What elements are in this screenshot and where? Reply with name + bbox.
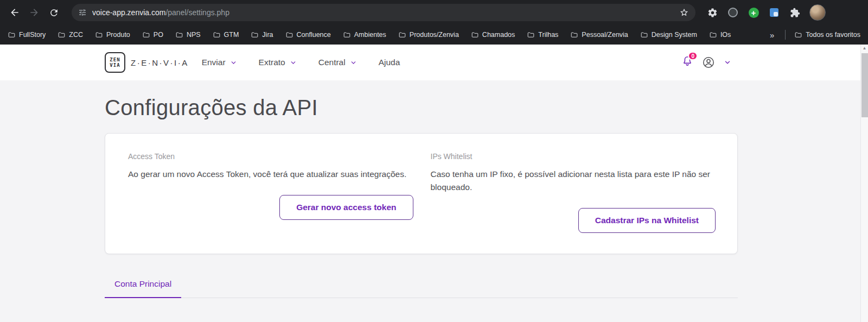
logo-text-bottom: VIA <box>110 62 120 68</box>
all-bookmarks-label: Todos os favoritos <box>806 31 860 39</box>
user-circle-icon <box>702 56 715 69</box>
dark-circle-extension-icon[interactable] <box>727 7 739 18</box>
forward-button[interactable] <box>25 3 43 22</box>
nav-item-extrato[interactable]: Extrato <box>259 58 297 67</box>
url-path: /panel/settings.php <box>165 8 229 17</box>
site-header: ZEN VIA Z·E·N·V·I·A Enviar Extrato Centr… <box>0 45 868 80</box>
url-host: voice-app.zenvia.com <box>92 8 165 17</box>
folder-icon <box>709 31 717 39</box>
bookmark-label: Trilhas <box>538 31 558 39</box>
tabs-row: Conta Principal <box>105 273 738 298</box>
folder-icon <box>285 31 293 39</box>
access-token-label: Access Token <box>128 152 413 161</box>
back-button[interactable] <box>5 3 24 22</box>
all-bookmarks-button[interactable]: Todos os favoritos <box>794 31 860 39</box>
bookmark-item[interactable]: Produto <box>95 31 130 39</box>
folder-icon <box>570 31 578 39</box>
folder-icon <box>471 31 479 39</box>
nav-item-central[interactable]: Central <box>318 58 357 67</box>
bookmark-star-icon[interactable] <box>679 8 689 17</box>
bookmark-label: ZCC <box>69 31 83 39</box>
address-bar[interactable]: voice-app.zenvia.com/panel/settings.php <box>72 4 695 21</box>
bookmark-label: Design System <box>652 31 697 39</box>
folder-icon <box>343 31 351 39</box>
folder-icon <box>95 31 103 39</box>
blue-extension-icon[interactable] <box>768 7 780 18</box>
bookmark-label: Ambientes <box>354 31 386 39</box>
bookmark-label: Jira <box>262 31 273 39</box>
bookmark-item[interactable]: PO <box>142 31 163 39</box>
chevron-down-icon <box>350 59 357 66</box>
access-token-section: Access Token Ao gerar um novo Access Tok… <box>128 152 413 233</box>
scroll-up-arrow-icon[interactable]: ▲ <box>861 45 868 52</box>
folder-icon <box>8 31 16 39</box>
bookmark-item[interactable]: ZCC <box>58 31 83 39</box>
bookmark-item[interactable]: IOs <box>709 31 731 39</box>
page-title: Configurações da API <box>105 96 868 120</box>
bookmark-label: Produto <box>106 31 130 39</box>
bookmarks-bar-right: » Todos os favoritos <box>768 30 860 40</box>
extensions-puzzle-icon[interactable] <box>789 7 801 18</box>
bookmark-item[interactable]: Jira <box>251 31 273 39</box>
page-content: Configurações da API Access Token Ao ger… <box>0 80 868 322</box>
nav-label: Extrato <box>259 58 285 67</box>
bookmark-label: Pessoal/Zenvia <box>582 31 628 39</box>
tab-conta-principal[interactable]: Conta Principal <box>105 273 181 298</box>
header-right-icons: 0 <box>681 55 731 70</box>
bookmark-item[interactable]: Ambientes <box>343 31 386 39</box>
back-arrow-icon <box>9 7 20 18</box>
logo-text-top: ZEN <box>110 57 120 62</box>
chevron-down-icon <box>290 59 297 66</box>
reload-button[interactable] <box>44 3 63 22</box>
bookmarks-bar: FullStory ZCC Produto PO NPS GTM Jira Co… <box>0 25 868 45</box>
nav-label: Ajuda <box>379 58 400 67</box>
ips-whitelist-description: Caso tenha um IP fixo, é possível adicio… <box>431 168 716 194</box>
folder-icon <box>640 31 648 39</box>
nav-label: Central <box>318 58 346 67</box>
chevron-down-icon <box>724 59 731 66</box>
nav-item-ajuda[interactable]: Ajuda <box>379 58 400 67</box>
bookmark-label: Produtos/Zenvia <box>410 31 459 39</box>
bookmark-label: PO <box>154 31 163 39</box>
gear-icon[interactable] <box>706 7 718 18</box>
account-menu-chevron[interactable] <box>724 59 731 66</box>
green-plus-extension-icon[interactable]: + <box>748 7 760 18</box>
bookmark-item[interactable]: Trilhas <box>527 31 558 39</box>
bookmark-item[interactable]: Chamados <box>471 31 515 39</box>
page-scrollbar[interactable]: ▲ <box>860 45 868 322</box>
nav-label: Enviar <box>202 58 226 67</box>
bookmarks-divider <box>785 30 786 40</box>
generate-access-token-button[interactable]: Gerar novo access token <box>279 195 413 220</box>
browser-profile-avatar[interactable] <box>809 4 826 21</box>
ips-whitelist-section: IPs Whitelist Caso tenha um IP fixo, é p… <box>431 152 716 233</box>
zenvia-logo[interactable]: ZEN VIA <box>105 52 125 73</box>
folder-icon <box>527 31 535 39</box>
folder-icon <box>213 31 221 39</box>
scrollbar-thumb[interactable] <box>861 53 868 117</box>
bookmark-label: FullStory <box>19 31 46 39</box>
bookmark-item[interactable]: Produtos/Zenvia <box>398 31 459 39</box>
bookmark-item[interactable]: NPS <box>175 31 201 39</box>
register-ips-whitelist-button[interactable]: Cadastrar IPs na Whitelist <box>578 208 716 233</box>
bookmark-item[interactable]: FullStory <box>8 31 46 39</box>
notifications-button[interactable]: 0 <box>681 55 693 70</box>
bookmarks-overflow-chevron-icon[interactable]: » <box>768 30 776 40</box>
bookmark-item[interactable]: Pessoal/Zenvia <box>570 31 628 39</box>
folder-icon <box>175 31 183 39</box>
folder-icon <box>142 31 150 39</box>
bookmark-label: Chamados <box>482 31 515 39</box>
account-button[interactable] <box>702 56 715 69</box>
bookmark-item[interactable]: Design System <box>640 31 697 39</box>
nav-item-enviar[interactable]: Enviar <box>202 58 237 67</box>
bookmark-item[interactable]: Confluence <box>285 31 331 39</box>
api-settings-card: Access Token Ao gerar um novo Access Tok… <box>105 133 738 254</box>
folder-icon <box>398 31 406 39</box>
folder-icon <box>251 31 259 39</box>
site-settings-icon[interactable] <box>78 8 87 17</box>
bookmark-item[interactable]: GTM <box>213 31 239 39</box>
toolbar-icon-group: + <box>706 4 826 21</box>
main-nav: Enviar Extrato Central Ajuda <box>202 58 400 67</box>
access-token-description: Ao gerar um novo Access Token, você terá… <box>128 168 413 181</box>
forward-arrow-icon <box>29 7 40 18</box>
notification-badge: 0 <box>688 52 698 60</box>
